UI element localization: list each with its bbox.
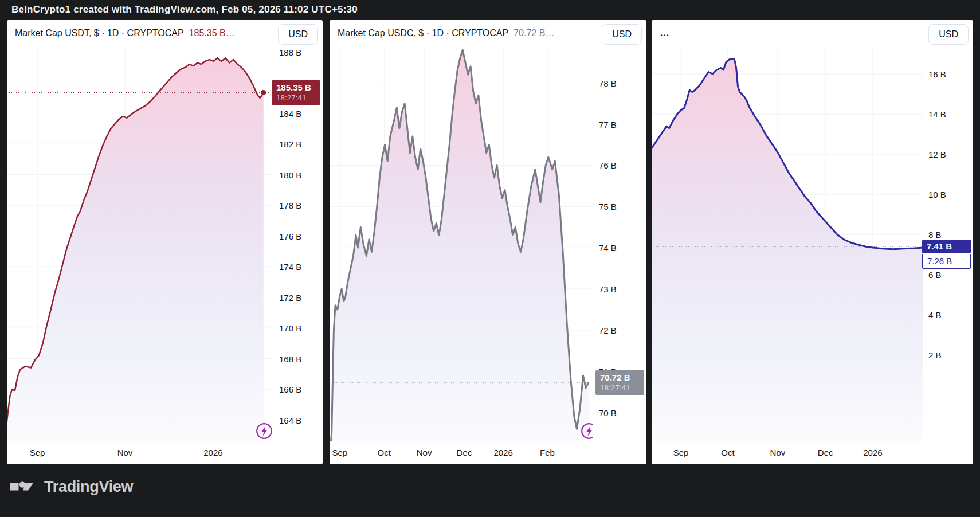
last-price-time: 18:27:41: [276, 93, 320, 103]
y-axis-label: 2 B: [928, 350, 942, 360]
last-price-badge-usdt: 185.35 B 18:27:41: [272, 80, 320, 105]
y-axis-label: 72 B: [599, 325, 617, 335]
last-price-badge-usdc: 70.72 B 18:27:41: [595, 370, 644, 395]
secondary-price-value: 7.26 B: [927, 256, 970, 267]
x-axis-usdc: SepOctNovDec2026Feb: [330, 441, 593, 464]
x-axis-label: 2026: [203, 448, 222, 457]
y-axis-label: 70 B: [599, 408, 617, 417]
y-axis-label: 6 B: [928, 270, 942, 280]
panel-value-preview: 70.72 B…: [513, 28, 554, 38]
last-price-value: 70.72 B: [600, 372, 644, 383]
y-axis-label: 176 B: [279, 231, 301, 241]
last-price-value: 185.35 B: [276, 82, 320, 93]
last-price-time: 18:27:41: [600, 383, 644, 393]
last-price-badge-third: 7.41 B: [922, 240, 971, 253]
x-axis-label: Sep: [673, 448, 689, 457]
y-axis-label: 73 B: [599, 284, 617, 294]
x-axis-label: Nov: [117, 448, 133, 457]
x-axis-label: Nov: [417, 448, 432, 457]
boost-lightning-icon[interactable]: [256, 422, 273, 440]
y-axis-label: 74 B: [599, 243, 617, 253]
y-axis-label: 14 B: [928, 109, 946, 119]
secondary-price-badge-third: 7.26 B: [922, 254, 971, 269]
y-axis-label: 75 B: [599, 202, 617, 211]
chart-svg-usdc-market-cap: [330, 46, 593, 441]
plot-area-third[interactable]: [652, 46, 923, 441]
tradingview-multichart-screen: BeInCrypto1 created with TradingView.com…: [0, 0, 980, 517]
x-axis-label: 2026: [863, 448, 882, 457]
x-axis-usdt: SepNov2026: [7, 441, 273, 464]
currency-button[interactable]: USD: [928, 24, 969, 45]
y-axis-label: 184 B: [279, 108, 301, 118]
plot-area-usdc[interactable]: [330, 46, 593, 441]
y-axis-label: 77 B: [599, 119, 617, 129]
panel-header: Market Cap USDC, $ · 1D · CRYPTOCAP 70.7…: [338, 20, 554, 46]
x-axis-label: Oct: [721, 448, 734, 457]
x-axis-label: Dec: [818, 448, 833, 457]
y-axis-usdt: 188 B186 B184 B182 B180 B178 B176 B174 B…: [273, 46, 323, 441]
chart-panel-usdt: Market Cap USDT, $ · 1D · CRYPTOCAP 185.…: [7, 20, 323, 464]
panel-value-preview: 185.35 B…: [189, 28, 235, 38]
panel-title: Market Cap USDC, $ · 1D · CRYPTOCAP: [338, 28, 508, 38]
panel-header: …: [660, 20, 670, 46]
y-axis-label: 16 B: [928, 69, 946, 79]
chart-panel-third: … USD 16 B14 B12 B10 B8 B6 B4 B2 B SepOc…: [652, 20, 973, 464]
top-bar: BeInCrypto1 created with TradingView.com…: [0, 0, 980, 20]
x-axis-label: 2026: [493, 448, 512, 457]
x-axis-label: Nov: [770, 448, 786, 457]
y-axis-label: 188 B: [279, 47, 301, 57]
y-axis-label: 8 B: [928, 230, 942, 240]
currency-button[interactable]: USD: [278, 24, 318, 45]
y-axis-label: 4 B: [928, 310, 942, 320]
panel-header: Market Cap USDT, $ · 1D · CRYPTOCAP 185.…: [15, 20, 235, 46]
x-axis-label: Sep: [332, 448, 348, 457]
y-axis-label: 170 B: [279, 323, 301, 333]
tradingview-logo[interactable]: TradingView: [10, 477, 133, 496]
y-axis-label: 178 B: [279, 201, 301, 210]
last-price-value: 7.41 B: [927, 241, 971, 252]
chart-svg-usdt-market-cap: [7, 46, 273, 441]
chart-svg-third-market-cap: [652, 46, 923, 441]
tradingview-brand-text: TradingView: [44, 478, 133, 496]
y-axis-label: 76 B: [599, 160, 617, 170]
y-axis-label: 174 B: [279, 262, 301, 272]
y-axis-label: 172 B: [279, 292, 301, 302]
x-axis-third: SepOctNovDec2026: [652, 441, 923, 464]
boost-lightning-icon[interactable]: [581, 422, 593, 440]
panel-title: Market Cap USDT, $ · 1D · CRYPTOCAP: [15, 28, 184, 38]
tradingview-logo-mark: [10, 477, 37, 496]
y-axis-label: 168 B: [279, 354, 301, 363]
x-axis-label: Oct: [378, 448, 391, 457]
y-axis-label: 78 B: [599, 78, 617, 88]
x-axis-label: Sep: [30, 448, 45, 457]
y-axis-label: 12 B: [928, 150, 946, 159]
currency-button[interactable]: USD: [602, 24, 642, 45]
x-axis-label: Dec: [457, 448, 472, 457]
x-axis-label: Feb: [540, 448, 555, 457]
y-axis-label: 166 B: [279, 385, 301, 394]
legend-ellipsis-button[interactable]: …: [660, 28, 670, 39]
chart-panel-usdc: Market Cap USDC, $ · 1D · CRYPTOCAP 70.7…: [330, 20, 646, 464]
y-axis-label: 164 B: [279, 415, 301, 425]
attribution-text: BeInCrypto1 created with TradingView.com…: [11, 0, 358, 19]
y-axis-label: 180 B: [279, 170, 301, 179]
plot-area-usdt[interactable]: [7, 46, 273, 441]
y-axis-label: 182 B: [279, 139, 301, 149]
y-axis-label: 10 B: [928, 190, 946, 199]
